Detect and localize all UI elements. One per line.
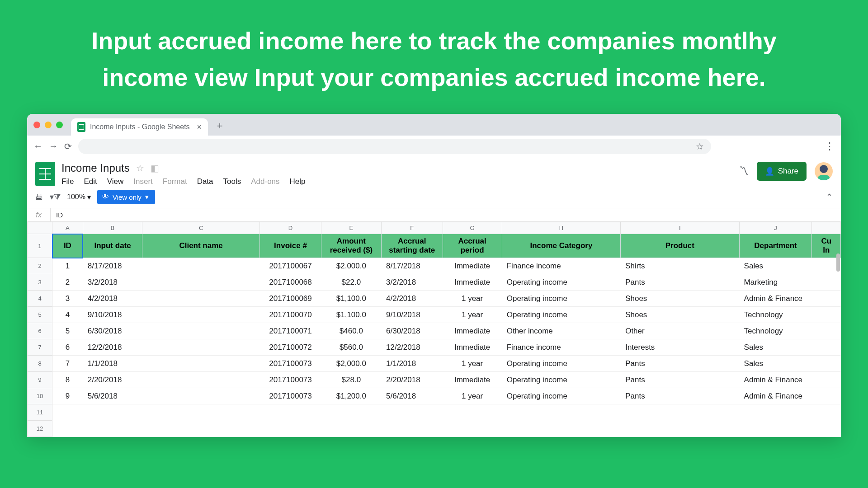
row-header[interactable]: 7 bbox=[28, 339, 52, 356]
spreadsheet-grid[interactable]: ABCDEFGHIJ 1IDInput dateClient nameInvoi… bbox=[27, 222, 841, 437]
menu-edit[interactable]: Edit bbox=[84, 177, 97, 186]
data-cell[interactable]: 8 bbox=[52, 372, 83, 388]
formula-value[interactable]: ID bbox=[51, 211, 63, 219]
header-cell[interactable]: Product bbox=[621, 234, 739, 258]
data-cell[interactable]: 5/6/2018 bbox=[382, 388, 443, 404]
data-cell[interactable]: 7 bbox=[52, 356, 83, 372]
data-cell[interactable]: Operating income bbox=[502, 291, 620, 307]
select-all-corner[interactable] bbox=[28, 222, 52, 234]
data-cell[interactable]: Operating income bbox=[502, 274, 620, 291]
header-cell[interactable]: ID bbox=[52, 234, 83, 258]
data-cell[interactable]: Admin & Finance bbox=[739, 388, 812, 404]
row-header[interactable]: 11 bbox=[28, 404, 52, 421]
data-cell[interactable]: 1/1/2018 bbox=[83, 356, 142, 372]
filter-icon[interactable]: ▾⧩ bbox=[50, 192, 61, 202]
data-cell[interactable]: Immediate bbox=[443, 339, 502, 356]
data-cell[interactable]: 5 bbox=[52, 323, 83, 339]
data-cell[interactable]: 4/2/2018 bbox=[382, 291, 443, 307]
data-cell[interactable]: Admin & Finance bbox=[739, 291, 812, 307]
data-cell[interactable]: $2,000.0 bbox=[321, 356, 381, 372]
close-tab-icon[interactable]: × bbox=[197, 122, 202, 132]
data-cell[interactable]: 12/2/2018 bbox=[83, 339, 142, 356]
data-cell[interactable]: $2,000.0 bbox=[321, 258, 381, 274]
header-cell[interactable]: Income Category bbox=[502, 234, 620, 258]
forward-button[interactable]: → bbox=[49, 141, 58, 151]
empty-cell[interactable] bbox=[443, 404, 502, 421]
data-cell[interactable]: Interests bbox=[621, 339, 739, 356]
header-cell[interactable]: Input date bbox=[83, 234, 142, 258]
empty-cell[interactable] bbox=[739, 421, 812, 437]
empty-cell[interactable] bbox=[52, 421, 83, 437]
data-cell[interactable] bbox=[812, 323, 841, 339]
data-cell[interactable]: Technology bbox=[739, 323, 812, 339]
data-cell[interactable]: Shoes bbox=[621, 307, 739, 323]
data-cell[interactable]: Marketing bbox=[739, 274, 812, 291]
empty-cell[interactable] bbox=[83, 404, 142, 421]
data-cell[interactable]: Pants bbox=[621, 388, 739, 404]
empty-cell[interactable] bbox=[321, 404, 381, 421]
empty-cell[interactable] bbox=[260, 404, 321, 421]
empty-cell[interactable] bbox=[142, 421, 259, 437]
data-cell[interactable]: 2017100072 bbox=[260, 339, 321, 356]
data-cell[interactable]: $460.0 bbox=[321, 323, 381, 339]
address-field[interactable]: ☆ bbox=[78, 139, 711, 154]
back-button[interactable]: ← bbox=[33, 141, 42, 151]
data-cell[interactable]: 9/10/2018 bbox=[382, 307, 443, 323]
browser-menu-icon[interactable]: ⋮ bbox=[825, 141, 835, 152]
col-header-D[interactable]: D bbox=[260, 222, 321, 234]
data-cell[interactable] bbox=[812, 339, 841, 356]
move-document-icon[interactable]: ◧ bbox=[151, 163, 159, 174]
menu-tools[interactable]: Tools bbox=[223, 177, 241, 186]
data-cell[interactable]: $22.0 bbox=[321, 274, 381, 291]
collapse-toolbar-icon[interactable]: ⌃ bbox=[826, 192, 833, 202]
reload-button[interactable]: ⟳ bbox=[64, 141, 72, 152]
header-cell[interactable]: Amount received ($) bbox=[321, 234, 381, 258]
row-header[interactable]: 3 bbox=[28, 274, 52, 291]
data-cell[interactable]: $1,100.0 bbox=[321, 291, 381, 307]
data-cell[interactable]: 2/20/2018 bbox=[83, 372, 142, 388]
data-cell[interactable]: Finance income bbox=[502, 258, 620, 274]
data-cell[interactable]: Operating income bbox=[502, 307, 620, 323]
data-cell[interactable]: $1,100.0 bbox=[321, 307, 381, 323]
data-cell[interactable]: 2017100073 bbox=[260, 388, 321, 404]
data-cell[interactable] bbox=[142, 291, 259, 307]
data-cell[interactable]: Operating income bbox=[502, 356, 620, 372]
data-cell[interactable]: Pants bbox=[621, 372, 739, 388]
row-header[interactable]: 2 bbox=[28, 258, 52, 274]
data-cell[interactable]: Sales bbox=[739, 339, 812, 356]
empty-cell[interactable] bbox=[812, 404, 841, 421]
close-window-icon[interactable] bbox=[33, 122, 40, 128]
account-avatar[interactable] bbox=[815, 162, 833, 180]
row-header[interactable]: 5 bbox=[28, 307, 52, 323]
header-cell[interactable]: Department bbox=[739, 234, 812, 258]
header-cell[interactable]: Invoice # bbox=[260, 234, 321, 258]
data-cell[interactable]: 2017100069 bbox=[260, 291, 321, 307]
data-cell[interactable] bbox=[812, 388, 841, 404]
new-tab-button[interactable]: + bbox=[212, 119, 227, 133]
empty-cell[interactable] bbox=[142, 404, 259, 421]
data-cell[interactable] bbox=[812, 291, 841, 307]
data-cell[interactable]: Pants bbox=[621, 274, 739, 291]
empty-cell[interactable] bbox=[502, 404, 620, 421]
data-cell[interactable]: Immediate bbox=[443, 323, 502, 339]
empty-cell[interactable] bbox=[382, 421, 443, 437]
data-cell[interactable]: 9 bbox=[52, 388, 83, 404]
vertical-scrollbar[interactable] bbox=[836, 253, 840, 272]
header-cell[interactable]: Accrual starting date bbox=[382, 234, 443, 258]
browser-tab[interactable]: Income Inputs - Google Sheets × bbox=[71, 118, 208, 136]
data-cell[interactable]: 3/2/2018 bbox=[382, 274, 443, 291]
data-cell[interactable] bbox=[142, 388, 259, 404]
empty-cell[interactable] bbox=[382, 404, 443, 421]
data-cell[interactable] bbox=[812, 372, 841, 388]
data-cell[interactable]: 12/2/2018 bbox=[382, 339, 443, 356]
data-cell[interactable]: 2017100070 bbox=[260, 307, 321, 323]
empty-cell[interactable] bbox=[321, 421, 381, 437]
empty-cell[interactable] bbox=[83, 421, 142, 437]
empty-cell[interactable] bbox=[739, 404, 812, 421]
data-cell[interactable] bbox=[142, 339, 259, 356]
data-cell[interactable] bbox=[142, 323, 259, 339]
col-header-F[interactable]: F bbox=[382, 222, 443, 234]
data-cell[interactable]: Other income bbox=[502, 323, 620, 339]
data-cell[interactable]: Immediate bbox=[443, 372, 502, 388]
data-cell[interactable]: 2017100071 bbox=[260, 323, 321, 339]
